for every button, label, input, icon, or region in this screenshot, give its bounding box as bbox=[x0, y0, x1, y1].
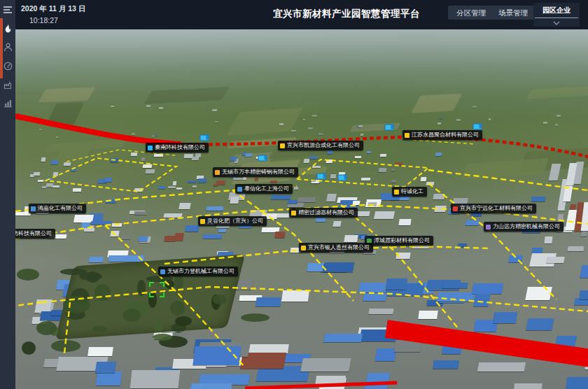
company-marker[interactable]: 江苏永昌聚合材料有限公司 bbox=[402, 130, 482, 140]
selection-reticle bbox=[149, 282, 164, 297]
company-pin-icon bbox=[291, 211, 296, 215]
company-name: 宜兴市银人造丝有限公司 bbox=[308, 243, 370, 252]
user-icon bbox=[4, 43, 13, 52]
current-time: 10:18:27 bbox=[29, 16, 58, 24]
company-pin-icon bbox=[31, 206, 36, 211]
company-name: 特诚化工 bbox=[401, 188, 424, 196]
map-3d-viewport[interactable]: 秦南环科技有限公司宜兴市凯源合成化工有限公司江苏永昌聚合材料有限公司无锡市万丰精… bbox=[15, 29, 588, 389]
top-bar: 2020 年 11 月 13 日 10:18:27 宜兴市新材料产业园智慧管理平… bbox=[15, 0, 588, 29]
scene-manage-button[interactable]: 场景管理 bbox=[490, 6, 536, 20]
company-marker[interactable]: 秦南环科技有限公司 bbox=[146, 143, 209, 153]
truck-icon[interactable] bbox=[258, 155, 267, 162]
flame-icon bbox=[4, 24, 13, 34]
company-pin-icon bbox=[148, 146, 153, 150]
company-marker[interactable]: 力山远方精密机械有限公司 bbox=[484, 222, 564, 232]
company-pin-icon bbox=[215, 170, 220, 175]
truck-icon[interactable] bbox=[385, 125, 394, 131]
dropdown-label: 园区企业 bbox=[535, 6, 578, 18]
page-title: 宜兴市新材料产业园智慧管理平台 bbox=[273, 8, 420, 20]
company-pin-icon bbox=[405, 133, 410, 138]
company-name: 宜兴市凯源合成化工有限公司 bbox=[287, 141, 360, 150]
company-marker[interactable]: 无锡市万丰精密铸钢有限公司 bbox=[213, 167, 298, 177]
company-marker[interactable]: 宜兴市凯源合成化工有限公司 bbox=[278, 141, 363, 150]
company-marker[interactable]: 精密过滤器材有限公司 bbox=[289, 208, 358, 218]
company-pin-icon bbox=[301, 246, 306, 250]
bar-chart-icon bbox=[4, 99, 13, 108]
company-name: 无锡市万丰精密铸钢有限公司 bbox=[222, 168, 295, 176]
company-pin-icon bbox=[280, 143, 285, 148]
sidebar-item-personnel[interactable] bbox=[0, 39, 15, 55]
company-pin-icon bbox=[237, 187, 242, 192]
truck-icon[interactable] bbox=[473, 124, 482, 130]
sidebar-item-monitor[interactable] bbox=[0, 58, 15, 73]
company-pin-icon bbox=[486, 225, 491, 229]
company-name: 无锡市力登机械工有限公司 bbox=[167, 267, 234, 276]
company-marker[interactable]: 宜兴市银人造丝有限公司 bbox=[299, 243, 373, 253]
park-enterprise-dropdown[interactable]: 园区企业 bbox=[533, 3, 580, 27]
current-date: 2020 年 11 月 13 日 bbox=[21, 4, 85, 14]
sidebar-item-factory[interactable] bbox=[0, 77, 15, 92]
menu-icon[interactable] bbox=[0, 3, 15, 17]
company-pin-icon bbox=[394, 190, 399, 194]
sidebar-item-fire[interactable] bbox=[0, 21, 15, 36]
truck-icon[interactable] bbox=[317, 174, 326, 180]
company-marker[interactable]: 北弘消防科技有限公司 bbox=[15, 229, 55, 239]
company-name: 北弘消防科技有限公司 bbox=[15, 229, 52, 238]
company-marker[interactable]: 无锡市力登机械工有限公司 bbox=[158, 267, 238, 276]
gauge-icon bbox=[4, 62, 13, 71]
company-name: 江苏永昌聚合材料有限公司 bbox=[412, 131, 479, 139]
company-name: 力山远方精密机械有限公司 bbox=[493, 222, 560, 231]
chevron-down-icon bbox=[533, 18, 580, 27]
company-pin-icon bbox=[160, 269, 165, 274]
sidebar-item-statistics[interactable] bbox=[0, 95, 15, 111]
company-name: 秦南环科技有限公司 bbox=[155, 143, 205, 152]
company-name: 宜兴市宁远化工材料有限公司 bbox=[460, 204, 533, 213]
company-name: 精密过滤器材有限公司 bbox=[298, 208, 354, 217]
left-sidebar bbox=[0, 0, 15, 389]
company-name: 鸿嘉化工有限公司 bbox=[38, 204, 83, 213]
truck-icon[interactable] bbox=[200, 135, 209, 141]
company-marker[interactable]: 特诚化工 bbox=[392, 187, 427, 197]
factory-icon bbox=[4, 80, 13, 90]
company-marker[interactable]: 泰信化工上海公司 bbox=[235, 184, 293, 194]
company-marker[interactable]: 灵谷化肥（宜兴）公司 bbox=[198, 216, 267, 226]
company-name: 潭城霞彩材料有限公司 bbox=[374, 236, 430, 245]
partition-manage-button[interactable]: 分区管理 bbox=[448, 6, 494, 20]
company-marker[interactable]: 鸿嘉化工有限公司 bbox=[29, 204, 86, 213]
company-marker[interactable]: 宜兴市宁远化工材料有限公司 bbox=[451, 204, 536, 213]
company-name: 灵谷化肥（宜兴）公司 bbox=[207, 217, 263, 225]
company-marker-layer: 秦南环科技有限公司宜兴市凯源合成化工有限公司江苏永昌聚合材料有限公司无锡市万丰精… bbox=[15, 29, 588, 389]
company-marker[interactable]: 潭城霞彩材料有限公司 bbox=[365, 236, 433, 246]
company-name: 泰信化工上海公司 bbox=[244, 185, 289, 193]
company-pin-icon bbox=[200, 219, 205, 224]
company-pin-icon bbox=[453, 206, 458, 211]
truck-icon[interactable] bbox=[338, 175, 347, 181]
